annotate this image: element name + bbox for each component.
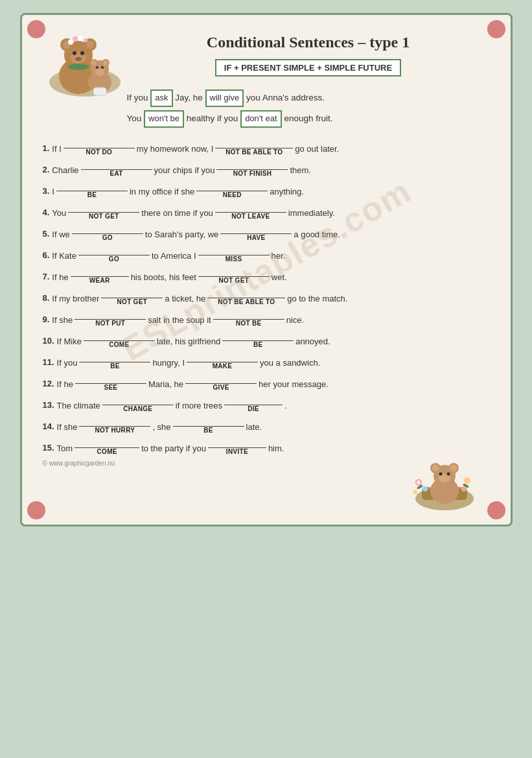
example2-text3: enough fruit. bbox=[284, 113, 332, 123]
svg-point-14 bbox=[78, 36, 83, 41]
blank-line-9-3[interactable] bbox=[213, 309, 284, 320]
example2-text2: healthy if you bbox=[187, 113, 238, 123]
sentence-text-10-2: late, his girlfriend bbox=[157, 336, 220, 346]
blank-line-6-1[interactable] bbox=[78, 244, 150, 255]
blank-line-10-3[interactable] bbox=[222, 330, 294, 341]
blank-hint-8-3: NOT BE ABLE TO bbox=[218, 298, 275, 306]
exercise-5: 5.If we GO to Sarah's party, we HAVE a g… bbox=[43, 223, 490, 242]
blank-hint-6-1: GO bbox=[109, 255, 119, 263]
sentence-text-13-2: if more trees bbox=[176, 400, 222, 410]
blank-group-1-1: NOT DO bbox=[64, 137, 135, 156]
blank-line-1-3[interactable] bbox=[215, 137, 293, 148]
blank-group-11-3: MAKE bbox=[187, 351, 258, 370]
sentence-text-14-4: late. bbox=[246, 421, 262, 431]
exercise-num-4: 4. bbox=[43, 207, 50, 217]
corner-decoration-tr bbox=[487, 20, 505, 38]
footer-area: © www.graphicgarden.nu bbox=[43, 460, 490, 512]
blank-line-3-3[interactable] bbox=[196, 180, 268, 191]
blank-hint-14-3: BE bbox=[203, 427, 213, 434]
exercise-6: 6.If Kate GO to America I MISS her. bbox=[43, 244, 490, 263]
blank-hint-12-3: GIVE bbox=[213, 384, 229, 392]
blank-group-4-1: NOT GET bbox=[68, 202, 139, 220]
blank-line-12-1[interactable] bbox=[75, 373, 146, 384]
blank-line-5-3[interactable] bbox=[220, 223, 292, 234]
svg-point-23 bbox=[96, 66, 98, 69]
blank-hint-1-3: NOT BE ABLE TO bbox=[226, 148, 283, 156]
sentence-text-3-4: anything. bbox=[270, 186, 304, 196]
sentence-text-7-2: his boots, his feet bbox=[131, 272, 196, 281]
sentence-text-8-4: go to the match. bbox=[287, 293, 347, 303]
blank-line-8-1[interactable] bbox=[101, 287, 163, 298]
blank-hint-2-3: NOT FINISH bbox=[233, 170, 272, 178]
blank-hint-11-3: MAKE bbox=[213, 362, 233, 370]
sentence-text-12-2: Maria, he bbox=[148, 379, 183, 388]
sentence-text-5-0: If we bbox=[52, 229, 69, 239]
exercise-num-6: 6. bbox=[43, 250, 50, 260]
blank-hint-7-3: NOT GET bbox=[219, 277, 249, 285]
blank-line-11-1[interactable] bbox=[79, 351, 150, 362]
title-area: Conditional Sentences – type 1 IF + PRES… bbox=[127, 30, 490, 131]
sentence-text-7-4: wet. bbox=[272, 272, 287, 281]
exercise-11: 11.If you BE hungry, I MAKE you a sandwi… bbox=[43, 351, 490, 370]
blank-hint-6-3: MISS bbox=[226, 255, 242, 263]
sentence-text-15-2: to the party if you bbox=[141, 443, 206, 453]
blank-group-12-3: GIVE bbox=[185, 373, 257, 392]
blank-group-6-1: GO bbox=[78, 244, 150, 263]
exercise-num-3: 3. bbox=[43, 186, 50, 196]
blank-hint-9-1: NOT PUT bbox=[95, 320, 125, 327]
example1-text1: If you bbox=[127, 93, 148, 102]
example-line-2: You won't be healthy if you don't eat en… bbox=[127, 110, 490, 128]
blank-hint-13-3: DIE bbox=[248, 405, 259, 413]
blank-line-13-3[interactable] bbox=[224, 394, 283, 405]
sentence-text-1-2: my homework now, I bbox=[137, 143, 214, 153]
blank-group-8-1: NOT GET bbox=[101, 287, 163, 306]
blank-line-14-1[interactable] bbox=[79, 416, 150, 427]
svg-point-11 bbox=[68, 64, 89, 70]
blank-line-3-1[interactable] bbox=[56, 180, 128, 191]
svg-point-21 bbox=[103, 61, 108, 65]
exercise-num-10: 10. bbox=[43, 336, 54, 346]
exercise-num-8: 8. bbox=[43, 293, 50, 303]
blank-line-5-1[interactable] bbox=[72, 223, 143, 234]
svg-point-6 bbox=[86, 41, 94, 49]
blank-group-13-1: CHANGE bbox=[102, 394, 174, 413]
blank-group-9-3: NOT BE bbox=[213, 309, 284, 327]
blank-line-12-3[interactable] bbox=[185, 373, 257, 384]
blank-hint-14-1: NOT HURRY bbox=[95, 427, 135, 434]
exercise-num-2: 2. bbox=[43, 165, 50, 174]
blank-line-14-3[interactable] bbox=[173, 416, 244, 427]
blank-line-2-3[interactable] bbox=[216, 159, 288, 170]
blank-group-15-3: INVITE bbox=[208, 437, 266, 456]
svg-point-8 bbox=[73, 51, 76, 55]
exercise-12: 12.If he SEE Maria, he GIVE her your mes… bbox=[43, 373, 490, 392]
blank-line-15-1[interactable] bbox=[75, 437, 139, 448]
blank-line-2-1[interactable] bbox=[81, 159, 152, 170]
blank-line-10-1[interactable] bbox=[84, 330, 155, 341]
sentence-text-11-4: you a sandwich. bbox=[260, 357, 320, 367]
blank-line-15-3[interactable] bbox=[208, 437, 266, 448]
blank-line-9-1[interactable] bbox=[75, 309, 146, 320]
blank-line-1-1[interactable] bbox=[64, 137, 135, 148]
blank-line-7-3[interactable] bbox=[198, 266, 270, 277]
blank-line-6-3[interactable] bbox=[198, 244, 270, 255]
svg-point-31 bbox=[432, 465, 439, 471]
bear-illustration-left bbox=[43, 30, 127, 102]
blank-line-4-3[interactable] bbox=[215, 202, 286, 213]
blank-line-8-3[interactable] bbox=[207, 287, 285, 298]
sentence-text-14-0: If she bbox=[57, 421, 78, 431]
sentence-text-12-0: If he bbox=[57, 379, 73, 388]
sentence-text-4-4: immediately. bbox=[288, 207, 335, 217]
sentence-text-6-2: to America I bbox=[152, 250, 196, 260]
blank-line-4-1[interactable] bbox=[68, 202, 139, 213]
blank-line-13-1[interactable] bbox=[102, 394, 174, 405]
blank-group-15-1: COME bbox=[75, 437, 139, 456]
sentence-text-9-2: salt in the soup it bbox=[148, 314, 211, 324]
formula-box: IF + PRESENT SIMPLE + SIMPLE FUTURE bbox=[215, 59, 401, 77]
sentence-text-4-0: You bbox=[52, 207, 66, 217]
blank-line-11-3[interactable] bbox=[187, 351, 258, 362]
exercise-3: 3.I BE in my office if she NEED anything… bbox=[43, 180, 490, 199]
blank-hint-7-1: WEAR bbox=[89, 277, 110, 285]
sentence-text-10-4: annoyed. bbox=[295, 336, 330, 346]
blank-line-7-1[interactable] bbox=[71, 266, 129, 277]
corner-decoration-br bbox=[487, 501, 505, 519]
